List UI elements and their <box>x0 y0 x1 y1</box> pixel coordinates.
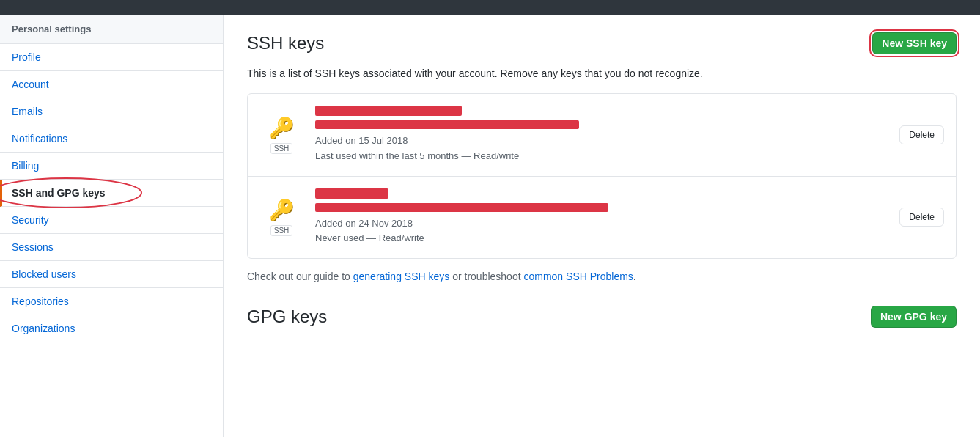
main-layout: Personal settings Profile Account Emails… <box>0 15 980 437</box>
new-ssh-key-wrapper: New SSH key <box>872 32 957 54</box>
key-fingerprint-redacted-2 <box>315 203 608 212</box>
ssh-section-header: SSH keys New SSH key <box>247 32 957 54</box>
sidebar-item-billing[interactable]: Billing <box>0 153 223 180</box>
sidebar-item-blocked-users[interactable]: Blocked users <box>0 261 223 288</box>
key-fingerprint-redacted-1 <box>315 120 579 129</box>
sidebar-item-organizations[interactable]: Organizations <box>0 315 223 342</box>
footer-text-after: . <box>633 271 636 282</box>
key-action-1: Delete <box>899 125 944 144</box>
sidebar-item-security[interactable]: Security <box>0 207 223 234</box>
key-added-2: Added on 24 Nov 2018 <box>315 216 899 232</box>
ssh-footer-text: Check out our guide to generating SSH ke… <box>247 271 957 282</box>
key-meta-1: Added on 15 Jul 2018 Last used within th… <box>315 133 899 164</box>
delete-key-2-button[interactable]: Delete <box>899 208 944 227</box>
delete-key-1-button[interactable]: Delete <box>899 125 944 144</box>
sidebar-item-emails[interactable]: Emails <box>0 98 223 125</box>
ssh-keys-list: 🔑 SSH Added on 15 Jul 2018 Last used wit… <box>247 93 957 259</box>
common-ssh-problems-link[interactable]: common SSH Problems <box>523 271 633 282</box>
gpg-section-title: GPG keys <box>247 306 327 327</box>
sidebar-item-account[interactable]: Account <box>0 71 223 98</box>
generating-ssh-keys-link[interactable]: generating SSH keys <box>353 271 450 282</box>
ssh-section-title: SSH keys <box>247 33 324 54</box>
new-ssh-key-button[interactable]: New SSH key <box>872 32 957 54</box>
key-icon-2: 🔑 <box>269 198 295 222</box>
key-icon-area-2: 🔑 SSH <box>259 198 303 236</box>
key-action-2: Delete <box>899 208 944 227</box>
sidebar-item-repositories[interactable]: Repositories <box>0 288 223 315</box>
footer-text-before-link1: Check out our guide to <box>247 271 353 282</box>
key-icon-area-1: 🔑 SSH <box>259 116 303 154</box>
sidebar-item-notifications[interactable]: Notifications <box>0 125 223 153</box>
ssh-key-item-1: 🔑 SSH Added on 15 Jul 2018 Last used wit… <box>248 94 956 177</box>
key-badge-1: SSH <box>270 143 293 154</box>
sidebar-item-sessions[interactable]: Sessions <box>0 234 223 261</box>
sidebar: Personal settings Profile Account Emails… <box>0 15 224 437</box>
key-details-1: Added on 15 Jul 2018 Last used within th… <box>315 106 899 164</box>
key-last-used-1: Last used within the last 5 months — Rea… <box>315 149 899 164</box>
ssh-key-item-2: 🔑 SSH Added on 24 Nov 2018 Never used — … <box>248 177 956 259</box>
key-last-used-2: Never used — Read/write <box>315 231 899 246</box>
sidebar-header: Personal settings <box>0 15 223 44</box>
top-bar <box>0 0 980 15</box>
key-added-1: Added on 15 Jul 2018 <box>315 133 899 149</box>
key-details-2: Added on 24 Nov 2018 Never used — Read/w… <box>315 188 899 247</box>
ssh-description: This is a list of SSH keys associated wi… <box>247 66 957 81</box>
gpg-section-header: GPG keys New GPG key <box>247 306 957 328</box>
new-gpg-key-button[interactable]: New GPG key <box>871 306 957 328</box>
sidebar-item-profile[interactable]: Profile <box>0 44 223 71</box>
key-icon-1: 🔑 <box>269 116 295 140</box>
main-content: SSH keys New SSH key This is a list of S… <box>224 15 980 437</box>
sidebar-item-ssh-gpg-keys[interactable]: SSH and GPG keys <box>0 180 223 207</box>
key-name-redacted-1 <box>315 106 462 116</box>
footer-text-between: or troubleshoot <box>449 271 523 282</box>
key-badge-2: SSH <box>270 225 293 236</box>
key-meta-2: Added on 24 Nov 2018 Never used — Read/w… <box>315 216 899 247</box>
key-name-redacted-2 <box>315 188 388 199</box>
